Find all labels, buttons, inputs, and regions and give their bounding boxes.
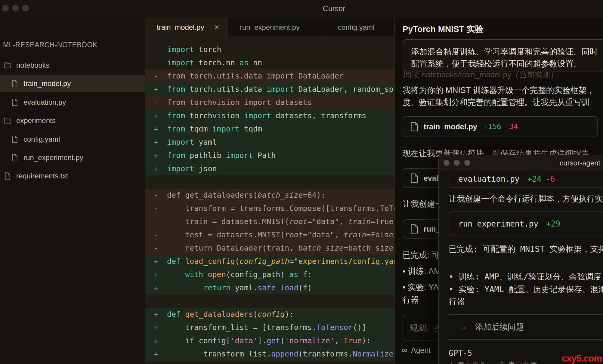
tab-config-yaml[interactable]: config.yaml — [326, 18, 394, 37]
sidebar-item-notebooks[interactable]: notebooks — [0, 57, 148, 74]
diff-row-add: +from torchvision import datasets, trans… — [145, 109, 394, 122]
infinity-icon: ∞ — [401, 345, 407, 355]
file-icon — [11, 80, 19, 88]
chat-title: PyTorch MNIST 实验 — [403, 23, 484, 35]
traffic-light-minimize-icon[interactable] — [12, 5, 19, 11]
diff-gap-row — [145, 175, 394, 189]
terminal-file-card-run-experiment[interactable]: run_experiment.py +29 — [449, 211, 603, 236]
traffic-light-zoom-icon[interactable] — [464, 160, 470, 166]
code-line: transform = transforms.Compose([transfor… — [167, 202, 394, 215]
code-line: return yaml.safe_load(f) — [167, 281, 394, 295]
tab-train-model-py[interactable]: train_model.py× — [145, 18, 228, 37]
terminal-file-card-evaluation[interactable]: evaluation.py +24 -6 — [449, 171, 603, 188]
file-icon — [11, 98, 19, 106]
traffic-light-close-icon[interactable] — [444, 160, 450, 166]
diff-row-del: -def get_dataloaders(batch_size=64): — [145, 189, 394, 202]
model-selector[interactable]: GPT-5 — [449, 349, 472, 358]
diff-removed-marker: - — [152, 189, 160, 202]
file-icon — [410, 224, 418, 234]
added-count: +24 — [527, 174, 542, 184]
user-message-box: 添加混合精度训练、学习率调度和完善的验证。同时 配置系统，便于我轻松运行不同的超… — [403, 39, 603, 72]
diff-lines: import torchimport torch.nn as nn-from t… — [145, 43, 394, 361]
tab-label: run_experiment.py — [240, 23, 300, 32]
removed-count: -34 — [505, 122, 518, 131]
diff-removed-marker: - — [152, 215, 160, 228]
tab-close-icon[interactable]: × — [214, 23, 219, 32]
tab-run-experiment-py[interactable]: run_experiment.py — [228, 18, 326, 37]
diff-row-ctx: import torch.nn as nn — [145, 56, 394, 69]
terminal-text: 行器 — [449, 296, 465, 307]
added-count: +29 — [546, 219, 560, 228]
code-line: train = datasets.MNIST(root="data", trai… — [167, 215, 394, 228]
code-line: if config['data'].get('normalize', True)… — [167, 334, 394, 347]
window-title: Cursor — [301, 4, 367, 13]
arrow-right-icon: → — [459, 322, 467, 332]
file-icon — [11, 135, 19, 143]
followup-input[interactable]: → 添加后续问题 — [449, 314, 603, 340]
assistant-text: 我将为你的 MNIST 训练器升级一个完整的实验框架， — [403, 85, 595, 96]
diff-row-del: - transform = transforms.Compose([transf… — [145, 202, 394, 215]
diff-row-add: +import json — [145, 162, 394, 175]
diff-row-del: - test = datasets.MNIST(root="data", tra… — [145, 228, 394, 242]
file-icon — [410, 173, 418, 183]
sidebar-item-train-model-py[interactable]: train_model.py — [0, 75, 156, 92]
tab-label: train_model.py — [157, 23, 204, 32]
sidebar-item-requirements-txt[interactable]: requirements.txt — [0, 167, 148, 185]
file-icon — [11, 154, 19, 162]
file-explorer-sidebar: ML-RESEARCH-NOTEBOOK notebookstrain_mode… — [0, 18, 145, 364]
agent-mode-label: Agent — [411, 346, 431, 355]
agent-window-titlebar[interactable]: cursor-agent — [439, 155, 603, 171]
sidebar-item-config-yaml[interactable]: config.yaml — [0, 131, 156, 148]
code-line: from torchvision import datasets, transf… — [167, 109, 394, 122]
code-editor[interactable]: import torchimport torch.nn as nn-from t… — [145, 36, 394, 364]
diff-row-add: +import yaml — [145, 136, 394, 149]
diff-removed-marker: - — [152, 69, 160, 83]
diff-row-ctx: import torch — [145, 43, 394, 56]
sidebar-item-label: train_model.py — [23, 79, 71, 88]
diff-added-marker: + — [152, 83, 160, 96]
traffic-light-close-icon[interactable] — [2, 5, 9, 11]
file-card-name: evaluation.py — [458, 174, 520, 184]
sidebar-item-label: notebooks — [16, 61, 50, 69]
diff-row-add: + transform_list.append(transforms.Norma… — [145, 347, 394, 361]
diff-row-add: + transform_list = [transforms.ToTensor(… — [145, 321, 394, 334]
sidebar-item-label: evaluation.py — [23, 98, 66, 106]
sidebar-item-evaluation-py[interactable]: evaluation.py — [0, 94, 156, 111]
user-message-line: 添加混合精度训练、学习率调度和完善的验证。同时 — [411, 46, 603, 58]
diff-row-add: + return yaml.safe_load(f) — [145, 281, 394, 295]
folder-icon — [4, 117, 11, 125]
code-line: from pathlib import Path — [167, 149, 394, 162]
assistant-text: 度、验证集划分和完善的配置管理。让我先从重写训 — [403, 97, 589, 108]
command-hint: / 表示命令 @ 表示文件 — [449, 360, 537, 364]
diff-removed-marker: - — [152, 228, 160, 242]
sidebar-item-label: experiments — [16, 116, 56, 125]
code-line: from tqdm import tqdm — [167, 122, 394, 136]
diff-row-add: +from pathlib import Path — [145, 149, 394, 162]
user-message-line: 配置系统，便于我轻松运行不同的超参数设置。 — [411, 58, 603, 70]
sidebar-item-label: requirements.txt — [16, 172, 68, 180]
removed-count: -6 — [546, 174, 555, 184]
terminal-text: 让我创建一个命令行运行脚本，方便执行实验 — [449, 193, 603, 204]
diff-added-marker: + — [152, 109, 160, 122]
code-line: def get_dataloaders(config): — [167, 308, 394, 321]
diff-row-del: -from torch.utils.data import DataLoader — [145, 69, 394, 83]
diff-row-del: - return DataLoader(train, batch_size=ba… — [145, 242, 394, 255]
traffic-light-minimize-icon[interactable] — [454, 160, 460, 166]
code-line: with open(config_path) as f: — [167, 268, 394, 281]
code-line: import json — [167, 162, 394, 175]
diff-added-marker: + — [152, 122, 160, 136]
diff-row-add: +def load_config(config_path="experiment… — [145, 255, 394, 268]
agent-mode-button[interactable]: ∞ Agent — [401, 345, 431, 355]
sidebar-item-run-experiment-py[interactable]: run_experiment.py — [0, 149, 156, 166]
diff-removed-marker: - — [152, 242, 160, 255]
file-card-train-model[interactable]: train_model.py +156 -34 — [403, 116, 598, 137]
file-card-name: train_model.py — [424, 122, 477, 131]
diff-row-add: + with open(config_path) as f: — [145, 268, 394, 281]
diff-added-marker: + — [152, 162, 160, 175]
folder-icon — [4, 61, 11, 69]
sidebar-item-experiments[interactable]: experiments — [0, 112, 148, 129]
traffic-light-zoom-icon[interactable] — [22, 5, 29, 11]
assistant-text: 行器 — [403, 295, 419, 305]
code-line: def get_dataloaders(batch_size=64): — [167, 189, 394, 202]
terminal-bullet: • 实验: YAML 配置、历史记录保存、混淆矩 — [449, 284, 603, 295]
